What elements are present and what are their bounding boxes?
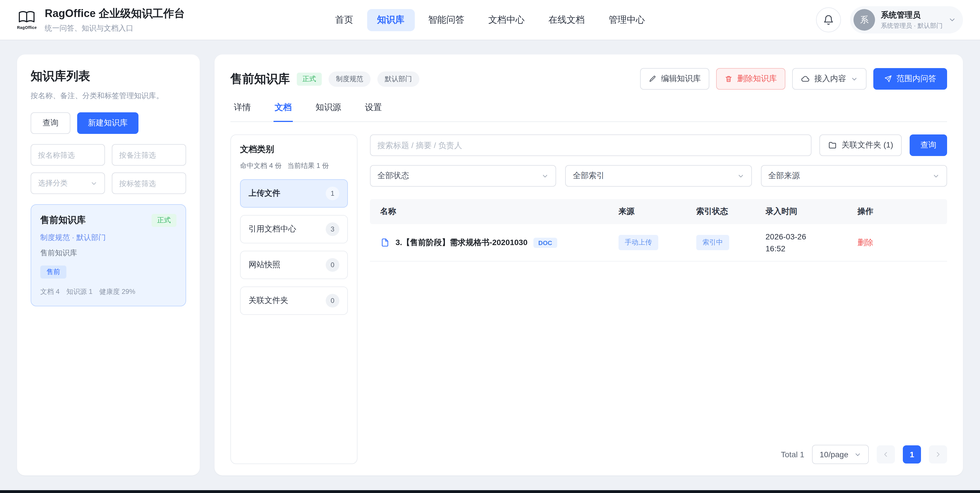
nav-item-smart-qa[interactable]: 智能问答 xyxy=(418,9,475,31)
topbar: RagOffice RagOffice 企业级知识工作台 统一问答、知识与文档入… xyxy=(0,0,980,40)
doc-category-panel: 文档类别 命中文档 4 份 当前结果 1 份 上传文件 1 引用文档中心 3 xyxy=(231,134,358,464)
linked-folder-label: 关联文件夹 (1) xyxy=(842,140,893,150)
page-size-value: 10/page xyxy=(820,450,848,459)
doc-category-uploaded-files[interactable]: 上传文件 1 xyxy=(240,179,348,208)
doc-category-summary: 命中文档 4 份 当前结果 1 份 xyxy=(240,161,348,171)
chevron-right-icon xyxy=(934,450,942,458)
doc-index-status-chip: 索引中 xyxy=(696,235,729,250)
source-filter-select[interactable]: 全部来源 xyxy=(760,165,947,187)
linked-folder-button[interactable]: 关联文件夹 (1) xyxy=(819,134,902,156)
tab-details[interactable]: 详情 xyxy=(233,102,252,122)
doc-name-cell[interactable]: 3.【售前阶段】需求规格书-20201030 DOC xyxy=(380,237,612,248)
source-filter-value: 全部来源 xyxy=(768,171,800,181)
kb-card-presale[interactable]: 售前知识库 正式 制度规范 · 默认部门 售前知识库 售前 文档 4 知识源 1… xyxy=(31,204,186,306)
doc-type-badge: DOC xyxy=(533,237,557,248)
trash-icon xyxy=(725,75,733,83)
nav-item-admin-center[interactable]: 管理中心 xyxy=(598,9,655,31)
doc-category-label: 网站快照 xyxy=(248,260,280,270)
kb-list-panel: 知识库列表 按名称、备注、分类和标签管理知识库。 查询 新建知识库 选择分类 售… xyxy=(17,54,200,476)
documents-tab-content: 文档类别 命中文档 4 份 当前结果 1 份 上传文件 1 引用文档中心 3 xyxy=(231,134,947,464)
nav-item-doc-center[interactable]: 文档中心 xyxy=(478,9,535,31)
doc-category-label: 引用文档中心 xyxy=(248,224,296,234)
doc-delete-link[interactable]: 删除 xyxy=(858,237,873,247)
edit-kb-label: 编辑知识库 xyxy=(661,74,701,84)
pagination-prev-button[interactable] xyxy=(877,445,895,463)
chevron-down-icon xyxy=(854,451,861,458)
kb-detail-actions: 编辑知识库 删除知识库 接入内容 范围内问答 xyxy=(640,68,947,90)
chevron-down-icon xyxy=(932,172,940,180)
main-layout: 知识库列表 按名称、备注、分类和标签管理知识库。 查询 新建知识库 选择分类 售… xyxy=(0,40,980,490)
folder-icon xyxy=(828,141,837,150)
kb-detail-panel: 售前知识库 正式 制度规范 默认部门 编辑知识库 删除知识库 接入内容 xyxy=(215,54,963,476)
user-menu[interactable]: 系 系统管理员 系统管理员 · 默认部门 xyxy=(850,6,963,33)
doc-source-chip: 手动上传 xyxy=(619,235,658,250)
pagination-next-button[interactable] xyxy=(929,445,947,463)
pagination-page-1[interactable]: 1 xyxy=(903,445,921,463)
pagination: Total 1 10/page 1 xyxy=(370,434,947,464)
kb-card-stats: 文档 4 知识源 1 健康度 29% xyxy=(40,287,177,297)
create-kb-button[interactable]: 新建知识库 xyxy=(77,112,138,134)
tab-documents[interactable]: 文档 xyxy=(274,102,293,122)
page-size-select[interactable]: 10/page xyxy=(812,445,869,464)
doc-query-button[interactable]: 查询 xyxy=(910,134,947,156)
app-root: RagOffice RagOffice 企业级知识工作台 统一问答、知识与文档入… xyxy=(0,0,980,493)
doc-actions-cell: 删除 xyxy=(858,237,937,248)
page-title: 售前知识库 xyxy=(231,71,290,87)
kb-detail-header: 售前知识库 正式 制度规范 默认部门 编辑知识库 删除知识库 接入内容 xyxy=(231,68,947,90)
delete-kb-button[interactable]: 删除知识库 xyxy=(716,68,785,90)
status-filter-select[interactable]: 全部状态 xyxy=(370,165,557,187)
nav-item-online-docs[interactable]: 在线文档 xyxy=(538,9,595,31)
kb-filters: 选择分类 xyxy=(31,144,186,194)
scoped-qa-button[interactable]: 范围内问答 xyxy=(873,68,947,90)
filter-by-name-input[interactable] xyxy=(31,144,105,165)
kb-status-badge: 正式 xyxy=(151,214,177,227)
doc-category-label: 关联文件夹 xyxy=(248,296,288,306)
notification-bell-button[interactable] xyxy=(816,7,841,32)
col-index-status: 索引状态 xyxy=(696,207,759,217)
delete-kb-label: 删除知识库 xyxy=(737,74,777,84)
nav-item-home[interactable]: 首页 xyxy=(325,9,363,31)
doc-search-input[interactable] xyxy=(370,134,811,156)
index-filter-select[interactable]: 全部索引 xyxy=(565,165,752,187)
col-created-at: 录入时间 xyxy=(765,207,851,217)
tab-settings[interactable]: 设置 xyxy=(364,102,383,122)
department-pill: 默认部门 xyxy=(377,71,419,86)
chevron-down-icon xyxy=(737,172,744,180)
scoped-qa-label: 范围内问答 xyxy=(897,74,936,84)
doc-category-linked-folders[interactable]: 关联文件夹 0 xyxy=(240,286,348,315)
brand-logo: RagOffice xyxy=(17,11,37,29)
filter-by-note-input[interactable] xyxy=(112,144,186,165)
ingest-content-button[interactable]: 接入内容 xyxy=(792,68,867,90)
topbar-right: 系 系统管理员 系统管理员 · 默认部门 xyxy=(816,6,963,33)
filter-category-select[interactable]: 选择分类 xyxy=(31,172,105,194)
kb-stat-sources: 知识源 1 xyxy=(67,287,92,297)
ingest-content-label: 接入内容 xyxy=(814,74,846,84)
filter-category-placeholder: 选择分类 xyxy=(38,178,68,188)
kb-card-category: 制度规范 · 默认部门 xyxy=(40,232,177,243)
brand-title: RagOffice 企业级知识工作台 xyxy=(45,6,185,21)
doc-category-count: 0 xyxy=(326,258,339,272)
edit-kb-button[interactable]: 编辑知识库 xyxy=(640,68,710,90)
user-meta: 系统管理员 · 默认部门 xyxy=(881,21,943,30)
status-filter-value: 全部状态 xyxy=(377,171,409,181)
doc-category-count: 3 xyxy=(326,223,339,236)
filter-by-tag-input[interactable] xyxy=(112,172,186,194)
doc-list-area: 关联文件夹 (1) 查询 全部状态 全部索引 xyxy=(370,134,947,464)
avatar: 系 xyxy=(853,9,875,31)
nav-item-knowledge-base[interactable]: 知识库 xyxy=(367,9,415,31)
tab-knowledge-sources[interactable]: 知识源 xyxy=(314,102,342,122)
pencil-icon xyxy=(649,75,657,83)
chevron-down-icon xyxy=(851,75,858,83)
kb-query-button[interactable]: 查询 xyxy=(31,112,70,134)
brand-subtitle: 统一问答、知识与文档入口 xyxy=(45,23,185,33)
brand: RagOffice RagOffice 企业级知识工作台 统一问答、知识与文档入… xyxy=(17,6,325,33)
status-badge: 正式 xyxy=(297,72,322,85)
doc-category-site-snapshots[interactable]: 网站快照 0 xyxy=(240,251,348,279)
brand-logo-label: RagOffice xyxy=(17,25,37,29)
table-row: 3.【售前阶段】需求规格书-20201030 DOC 手动上传 索引中 2026… xyxy=(370,224,947,262)
user-name: 系统管理员 xyxy=(881,10,943,20)
bell-icon xyxy=(823,14,834,25)
kb-list-actions: 查询 新建知识库 xyxy=(31,112,186,134)
doc-category-referenced-docs[interactable]: 引用文档中心 3 xyxy=(240,215,348,243)
kb-card-title: 售前知识库 xyxy=(40,215,86,226)
